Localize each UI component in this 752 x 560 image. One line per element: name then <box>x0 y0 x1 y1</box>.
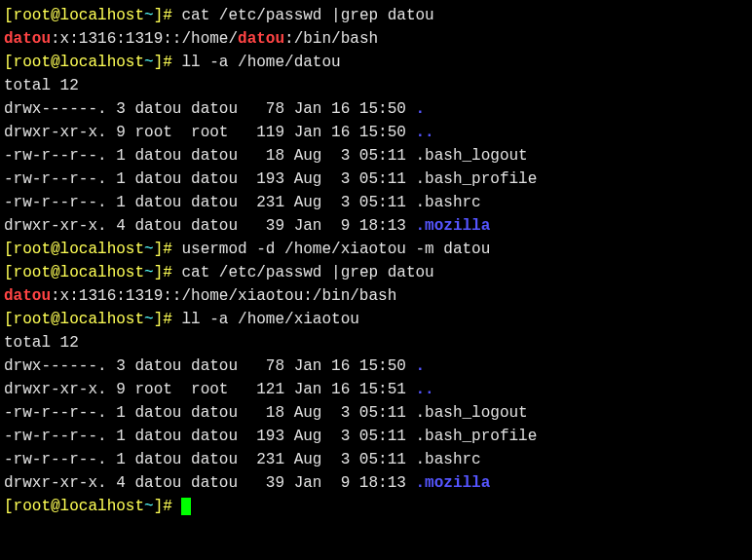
prompt-bracket-close: ]# <box>154 498 172 515</box>
file-listing: drwx------. 3 datou datou 78 Jan 16 15:5… <box>4 97 752 238</box>
prompt-cwd: ~ <box>144 498 154 515</box>
command-text: ll -a /home/datou <box>172 54 341 71</box>
list-item: -rw-r--r--. 1 datou datou 193 Aug 3 05:1… <box>4 425 752 448</box>
file-meta: -rw-r--r--. 1 datou datou 231 Aug 3 05:1… <box>4 194 415 211</box>
file-meta: drwxr-xr-x. 4 datou datou 39 Jan 9 18:13 <box>4 474 415 492</box>
file-meta: -rw-r--r--. 1 datou datou 193 Aug 3 05:1… <box>4 428 415 445</box>
output-text: :x:1316:1319::/home/xiaotou:/bin/bash <box>51 287 396 305</box>
command-text: usermod -d /home/xiaotou -m datou <box>172 241 490 258</box>
file-meta: drwxr-xr-x. 9 root root 121 Jan 16 15:51 <box>4 381 415 398</box>
file-name: .bash_logout <box>415 147 527 165</box>
file-name: .. <box>415 124 433 141</box>
output-line: total 12 <box>4 331 752 355</box>
file-name: .bash_profile <box>415 170 537 188</box>
file-name: .mozilla <box>415 474 490 492</box>
file-name: .bashrc <box>415 194 480 211</box>
list-item: -rw-r--r--. 1 datou datou 18 Aug 3 05:11… <box>4 401 752 425</box>
prompt-bracket: [ <box>4 264 14 281</box>
prompt-line: [root@localhost~]# cat /etc/passwd |grep… <box>4 4 752 27</box>
file-meta: drwx------. 3 datou datou 78 Jan 16 15:5… <box>4 357 415 375</box>
prompt-bracket-close: ]# <box>154 311 172 328</box>
prompt-user-host: root@localhost <box>14 241 144 258</box>
prompt-bracket: [ <box>4 241 14 258</box>
file-meta: -rw-r--r--. 1 datou datou 231 Aug 3 05:1… <box>4 451 415 468</box>
prompt-line: [root@localhost~]# cat /etc/passwd |grep… <box>4 261 752 284</box>
file-name: . <box>415 100 425 118</box>
grep-match: datou <box>4 30 51 48</box>
prompt-cwd: ~ <box>144 241 154 258</box>
file-listing: drwx------. 3 datou datou 78 Jan 16 15:5… <box>4 355 752 495</box>
prompt-line: [root@localhost~]# usermod -d /home/xiao… <box>4 238 752 261</box>
prompt-line: [root@localhost~]# ll -a /home/datou <box>4 51 752 74</box>
output-line: datou:x:1316:1319::/home/datou:/bin/bash <box>4 27 752 51</box>
prompt-line: [root@localhost~]# ll -a /home/xiaotou <box>4 308 752 331</box>
file-name: .bash_logout <box>415 404 527 422</box>
list-item: -rw-r--r--. 1 datou datou 18 Aug 3 05:11… <box>4 144 752 168</box>
prompt-line[interactable]: [root@localhost~]# <box>4 495 752 518</box>
prompt-cwd: ~ <box>144 264 154 281</box>
prompt-user-host: root@localhost <box>14 311 144 328</box>
list-item: -rw-r--r--. 1 datou datou 231 Aug 3 05:1… <box>4 448 752 471</box>
prompt-bracket-close: ]# <box>154 241 172 258</box>
grep-match: datou <box>238 30 284 48</box>
prompt-bracket: [ <box>4 311 14 328</box>
prompt-user-host: root@localhost <box>14 498 144 515</box>
file-meta: drwxr-xr-x. 4 datou datou 39 Jan 9 18:13 <box>4 217 415 235</box>
command-text: cat /etc/passwd |grep datou <box>172 7 434 24</box>
cursor[interactable] <box>181 498 191 515</box>
prompt-user-host: root@localhost <box>14 7 144 24</box>
list-item: drwxr-xr-x. 9 root root 119 Jan 16 15:50… <box>4 121 752 144</box>
prompt-bracket-close: ]# <box>154 264 172 281</box>
prompt-user-host: root@localhost <box>14 54 144 71</box>
file-meta: drwx------. 3 datou datou 78 Jan 16 15:5… <box>4 100 415 118</box>
file-name: .bash_profile <box>415 428 537 445</box>
output-line: datou:x:1316:1319::/home/xiaotou:/bin/ba… <box>4 284 752 308</box>
file-name: .. <box>415 381 433 398</box>
output-text: :/bin/bash <box>284 30 378 48</box>
list-item: -rw-r--r--. 1 datou datou 231 Aug 3 05:1… <box>4 191 752 214</box>
file-name: .mozilla <box>415 217 490 235</box>
prompt-user-host: root@localhost <box>14 264 144 281</box>
file-meta: -rw-r--r--. 1 datou datou 193 Aug 3 05:1… <box>4 170 415 188</box>
file-meta: -rw-r--r--. 1 datou datou 18 Aug 3 05:11 <box>4 147 415 165</box>
grep-match: datou <box>4 287 51 305</box>
output-line: total 12 <box>4 74 752 97</box>
prompt-bracket: [ <box>4 7 14 24</box>
file-meta: drwxr-xr-x. 9 root root 119 Jan 16 15:50 <box>4 124 415 141</box>
list-item: drwxr-xr-x. 4 datou datou 39 Jan 9 18:13… <box>4 471 752 495</box>
prompt-bracket: [ <box>4 498 14 515</box>
prompt-bracket-close: ]# <box>154 7 172 24</box>
list-item: drwx------. 3 datou datou 78 Jan 16 15:5… <box>4 97 752 121</box>
output-text: :x:1316:1319::/home/ <box>51 30 238 48</box>
prompt-bracket: [ <box>4 54 14 71</box>
prompt-cwd: ~ <box>144 54 154 71</box>
command-text: ll -a /home/xiaotou <box>172 311 359 328</box>
list-item: drwx------. 3 datou datou 78 Jan 16 15:5… <box>4 355 752 378</box>
list-item: drwxr-xr-x. 9 root root 121 Jan 16 15:51… <box>4 378 752 401</box>
list-item: -rw-r--r--. 1 datou datou 193 Aug 3 05:1… <box>4 168 752 191</box>
file-name: . <box>415 357 425 375</box>
prompt-cwd: ~ <box>144 311 154 328</box>
file-name: .bashrc <box>415 451 480 468</box>
command-text: cat /etc/passwd |grep datou <box>172 264 434 281</box>
file-meta: -rw-r--r--. 1 datou datou 18 Aug 3 05:11 <box>4 404 415 422</box>
terminal-window[interactable]: [root@localhost~]# cat /etc/passwd |grep… <box>4 4 752 560</box>
prompt-cwd: ~ <box>144 7 154 24</box>
list-item: drwxr-xr-x. 4 datou datou 39 Jan 9 18:13… <box>4 214 752 238</box>
prompt-bracket-close: ]# <box>154 54 172 71</box>
